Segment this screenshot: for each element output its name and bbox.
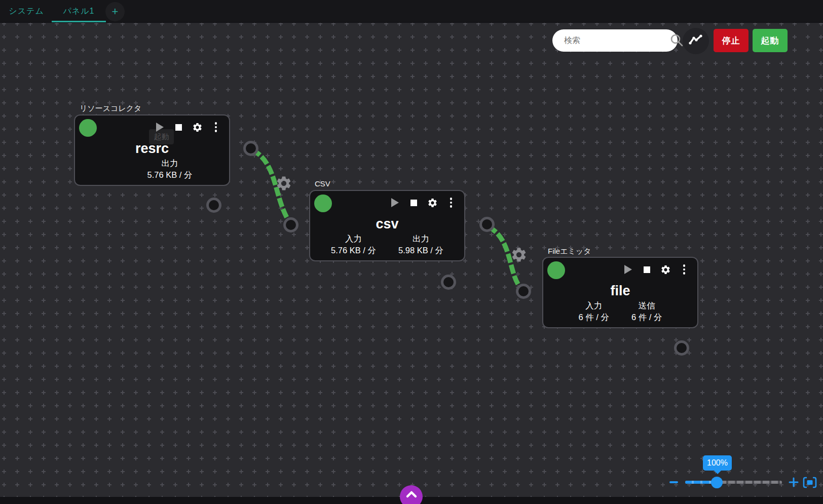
gear-icon[interactable] — [192, 121, 203, 134]
trend-line-chart-icon — [688, 34, 703, 48]
tooltip: 起動 — [149, 129, 174, 144]
port-csv-unconnected[interactable] — [441, 275, 456, 290]
kebab-icon[interactable] — [445, 196, 457, 209]
node-csv[interactable]: csv 入力 5.76 KB / 分 出力 5.98 KB / 分 — [309, 190, 465, 261]
zoom-slider-track[interactable] — [685, 481, 782, 484]
minus-icon — [669, 481, 678, 483]
connection-gear-icon[interactable] — [275, 175, 292, 192]
top-bar: システム パネル1 + — [0, 0, 823, 23]
zoom-level-value: 100% — [707, 458, 728, 468]
tab-system-label: システム — [9, 6, 44, 17]
search-box — [552, 29, 678, 52]
stat-label: 送信 — [631, 300, 662, 312]
node-type-label: リソースコレクタ — [80, 104, 141, 113]
stop-icon[interactable] — [173, 121, 184, 134]
connection-gear-icon[interactable] — [510, 246, 528, 263]
port-csv-output[interactable] — [479, 217, 495, 232]
node-name: file — [543, 283, 697, 299]
kebab-icon[interactable] — [210, 121, 221, 134]
zoom-out-button[interactable] — [668, 478, 679, 486]
stop-icon[interactable] — [408, 196, 419, 209]
stat-value: 5.76 KB / 分 — [147, 169, 193, 181]
node-resrc[interactable]: 起動 resrc 出力 5.76 KB / 分 — [74, 114, 230, 186]
port-resrc-output[interactable] — [243, 141, 258, 156]
stat-value: 5.98 KB / 分 — [398, 245, 443, 256]
node-stat: 入力 6 件 / 分 — [578, 300, 609, 323]
stop-button[interactable]: 停止 — [714, 29, 749, 52]
tab-panel1[interactable]: パネル1 — [52, 0, 106, 22]
node-stat: 送信 6 件 / 分 — [631, 300, 662, 323]
zoom-in-button[interactable] — [788, 477, 799, 488]
stop-icon[interactable] — [641, 263, 652, 276]
status-indicator — [314, 195, 332, 212]
search-input[interactable] — [564, 36, 669, 45]
start-button[interactable]: 起動 — [753, 29, 788, 52]
stat-value: 6 件 / 分 — [631, 312, 662, 323]
node-stat: 入力 5.76 KB / 分 — [331, 233, 376, 256]
stat-label: 入力 — [578, 300, 609, 312]
play-icon[interactable] — [389, 196, 400, 209]
port-resrc-unconnected[interactable] — [206, 198, 221, 213]
play-icon[interactable] — [622, 263, 633, 276]
stat-label: 出力 — [398, 233, 443, 245]
node-stat: 出力 5.76 KB / 分 — [147, 158, 193, 181]
chevron-up-icon — [405, 490, 418, 498]
tab-system[interactable]: システム — [7, 0, 46, 22]
add-tab-button[interactable]: + — [105, 2, 125, 21]
plus-icon — [789, 477, 799, 487]
node-file[interactable]: file 入力 6 件 / 分 送信 6 件 / 分 — [542, 257, 698, 328]
zoom-slider-thumb[interactable] — [711, 477, 723, 488]
metrics-button[interactable] — [683, 28, 709, 54]
port-file-input[interactable] — [516, 284, 531, 299]
tab-panel1-label: パネル1 — [63, 6, 94, 17]
stat-label: 出力 — [147, 158, 193, 169]
status-indicator — [79, 119, 97, 137]
kebab-icon[interactable] — [679, 263, 690, 276]
fit-view-button[interactable] — [802, 476, 817, 488]
node-type-label: CSV — [315, 179, 330, 188]
gear-icon[interactable] — [427, 196, 438, 209]
node-type-label: Fileエミッタ — [548, 247, 591, 256]
expand-panel-button[interactable] — [400, 485, 423, 504]
magnifier-icon — [669, 33, 684, 48]
node-stat: 出力 5.98 KB / 分 — [398, 233, 443, 256]
stat-value: 5.76 KB / 分 — [331, 245, 376, 256]
status-indicator — [547, 261, 565, 279]
port-file-unconnected[interactable] — [674, 340, 689, 356]
fit-view-icon — [803, 477, 817, 488]
node-name: csv — [310, 216, 464, 232]
port-csv-input[interactable] — [283, 217, 298, 232]
plus-icon: + — [112, 5, 119, 18]
stat-label: 入力 — [331, 233, 376, 245]
zoom-level-tooltip: 100% — [703, 455, 732, 471]
stat-value: 6 件 / 分 — [578, 312, 609, 323]
gear-icon[interactable] — [660, 263, 671, 276]
